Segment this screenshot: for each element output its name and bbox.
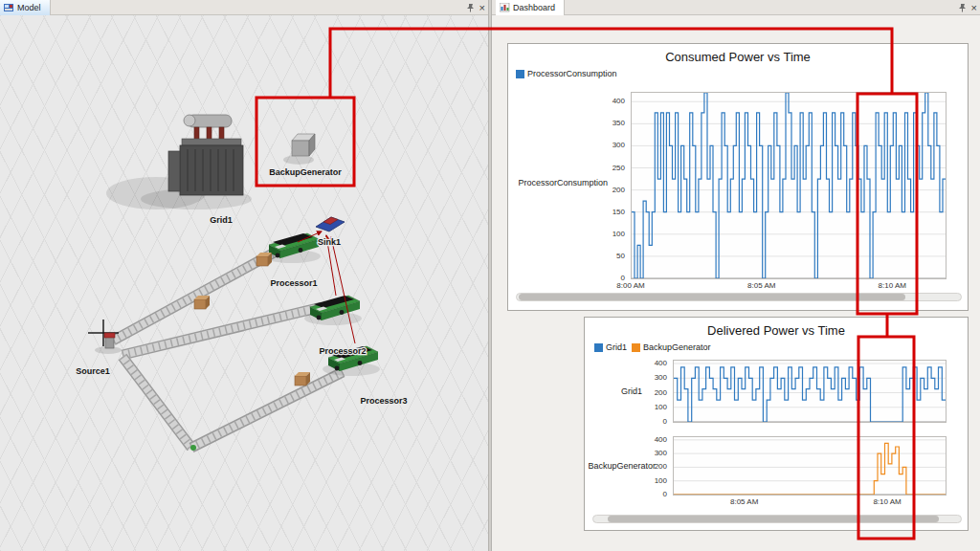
consumed-power-scroll-thumb[interactable] bbox=[519, 294, 905, 300]
label-source1: Source1 bbox=[76, 366, 110, 376]
backup-generator-object[interactable] bbox=[292, 134, 315, 156]
label-sink1: Sink1 bbox=[318, 237, 341, 247]
model-tab-icon bbox=[4, 3, 14, 12]
model-panel: Model × bbox=[0, 0, 488, 551]
flow-item-box bbox=[194, 296, 210, 309]
delivered-power-scroll-thumb[interactable] bbox=[608, 516, 939, 522]
flow-item-box bbox=[256, 253, 272, 266]
delivered-power-chart: Delivered Power vs Time Grid1 BackupGene… bbox=[584, 317, 969, 531]
tab-model-label: Model bbox=[17, 3, 41, 12]
conveyor-end-node[interactable] bbox=[190, 445, 196, 451]
consumed-power-chart: Consumed Power vs Time ProcessorConsumpt… bbox=[507, 43, 969, 311]
legend-swatch-grid1 bbox=[594, 343, 603, 352]
legend-label-backupgenerator: BackupGenerator bbox=[643, 342, 711, 352]
tab-model[interactable]: Model bbox=[0, 0, 51, 15]
sink1-object[interactable] bbox=[316, 217, 345, 231]
model-tabbar: Model × bbox=[0, 0, 488, 15]
close-model-button[interactable]: × bbox=[479, 3, 485, 12]
label-grid1: Grid1 bbox=[210, 215, 233, 225]
generator-shadow bbox=[283, 155, 314, 165]
legend-label-grid1: Grid1 bbox=[606, 342, 627, 352]
pin-dashboard-button[interactable] bbox=[957, 3, 967, 12]
flow-item-box bbox=[295, 372, 310, 386]
consumed-power-plot-area bbox=[631, 92, 947, 279]
label-backup-generator: BackupGenerator bbox=[269, 167, 342, 177]
label-processor3: Processor3 bbox=[360, 396, 407, 406]
delivered-power-title: Delivered Power vs Time bbox=[585, 323, 968, 338]
model-3d-viewport[interactable]: Grid1 BackupGenerator Sink1 Processor1 P… bbox=[0, 15, 488, 551]
label-processor2: Processor2 bbox=[319, 346, 366, 356]
dashboard-tab-icon bbox=[500, 3, 510, 12]
pin-model-button[interactable] bbox=[465, 3, 475, 12]
consumed-power-title: Consumed Power vs Time bbox=[508, 50, 968, 64]
legend-swatch-processorconsumption bbox=[516, 70, 524, 78]
grid1-transformer[interactable] bbox=[168, 115, 243, 195]
backupgenerator-plot-area bbox=[673, 436, 947, 496]
model-scene: Grid1 BackupGenerator Sink1 Processor1 P… bbox=[0, 15, 488, 551]
tab-dashboard-label: Dashboard bbox=[513, 3, 555, 12]
tab-dashboard[interactable]: Dashboard bbox=[496, 0, 565, 15]
label-processor1: Processor1 bbox=[270, 278, 317, 288]
conveyor-branch[interactable] bbox=[122, 357, 191, 448]
processor2-object[interactable] bbox=[304, 296, 362, 325]
grid1-plot-area bbox=[673, 360, 947, 423]
delivered-power-hscrollbar[interactable] bbox=[592, 515, 962, 523]
conveyor-to-processor3[interactable] bbox=[191, 372, 343, 448]
delivered-power-legend: Grid1 BackupGenerator bbox=[594, 342, 711, 352]
legend-label-processorconsumption: ProcessorConsumption bbox=[527, 69, 617, 78]
consumed-power-legend: ProcessorConsumption bbox=[516, 69, 617, 78]
legend-swatch-backupgenerator bbox=[632, 343, 640, 352]
dashboard-tabbar: Dashboard × bbox=[492, 0, 980, 15]
close-dashboard-button[interactable]: × bbox=[971, 3, 977, 12]
dashboard-panel: Dashboard × Consumed Power vs Time Proce… bbox=[492, 0, 980, 551]
consumed-power-hscrollbar[interactable] bbox=[516, 293, 962, 301]
